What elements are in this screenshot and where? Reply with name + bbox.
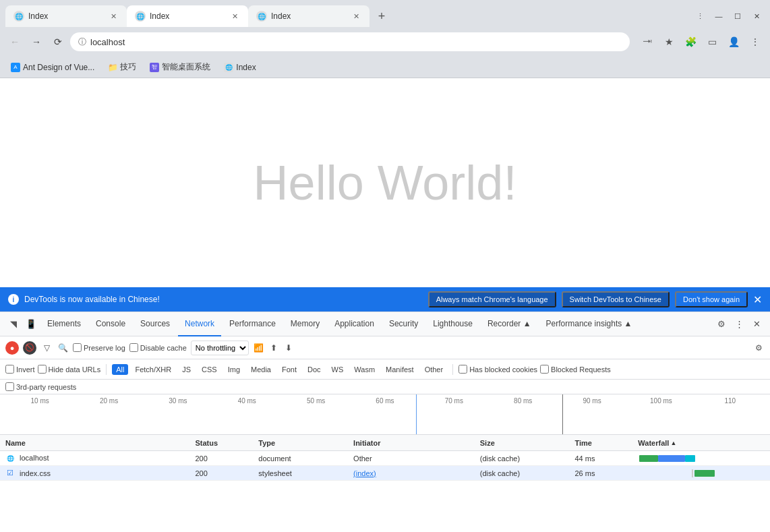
switch-devtools-chinese-button[interactable]: Switch DevTools to Chinese [562,291,670,307]
notification-bar: i DevTools is now available in Chinese! … [0,287,770,312]
filter-tag-media[interactable]: Media [247,364,275,375]
wifi-icon[interactable]: 📶 [253,342,265,354]
filter-tag-wasm[interactable]: Wasm [350,364,379,375]
bookmark-index[interactable]: 🌐 Index [221,61,258,73]
devtools-tab-performance[interactable]: Performance [223,312,283,336]
browser-tab-2[interactable]: 🌐 Index ✕ [127,5,248,27]
more-menu-icon[interactable]: ⋮ [746,32,765,51]
row2-status: 200 [196,469,259,477]
devtools-settings-icon[interactable]: ⚙ [713,316,730,332]
col-time[interactable]: Time [575,439,639,447]
bookmark-desktop[interactable]: 智 智能桌面系统 [147,60,213,74]
filter-tag-manifest[interactable]: Manifest [382,364,418,375]
bookmark-index-favicon: 🌐 [224,63,233,72]
bookmark-ant-favicon: A [11,63,20,72]
bookmark-desktop-favicon: 智 [150,63,159,72]
tab2-close-icon[interactable]: ✕ [229,11,240,22]
browser-tab-3[interactable]: 🌐 Index ✕ [248,5,369,27]
row1-initiator: Other [353,454,480,463]
dont-show-again-button[interactable]: Don't show again [675,291,748,307]
devtools-tab-recorder[interactable]: Recorder ▲ [481,312,538,336]
window-maximize-icon[interactable]: ☐ [730,8,746,24]
filter-tag-doc[interactable]: Doc [303,364,325,375]
back-button[interactable]: ← [5,32,24,51]
row1-size: (disk cache) [480,454,575,463]
url-bar[interactable]: ⓘ localhost [70,32,630,51]
browser-tab-1[interactable]: 🌐 Index ✕ [5,5,127,27]
new-tab-button[interactable]: + [372,7,391,26]
devtools-more-icon[interactable]: ⋮ [731,316,747,332]
devtools-tab-application[interactable]: Application [328,312,381,336]
filter-tag-other[interactable]: Other [421,364,448,375]
devtools-tab-perf-insights[interactable]: Performance insights ▲ [539,312,639,336]
devtools-tab-lighthouse[interactable]: Lighthouse [426,312,479,336]
col-type[interactable]: Type [258,439,353,447]
devtools-tab-network[interactable]: Network [178,312,221,336]
network-filterbar: Invert Hide data URLs All Fetch/XHR JS C… [0,359,770,380]
blocked-requests-checkbox[interactable]: Blocked Requests [540,365,611,374]
forward-button[interactable]: → [27,32,46,51]
bookmark-jiqiao[interactable]: 技巧 [105,60,139,74]
filter-tag-css[interactable]: CSS [198,364,221,375]
has-blocked-cookies-checkbox[interactable]: Has blocked cookies [458,365,537,374]
window-minimize-icon[interactable]: — [711,8,727,24]
clear-button[interactable]: 🚫 [23,341,36,355]
table-row-index-css[interactable]: ☑ index.css 200 stylesheet (index) (disk… [0,466,770,481]
table-row-localhost[interactable]: 🌐 localhost 200 document Other (disk cac… [0,451,770,466]
record-button[interactable]: ● [5,341,19,355]
row2-waterfall [638,468,765,479]
throttle-select[interactable]: No throttling [191,341,249,355]
filter-tag-fetch[interactable]: Fetch/XHR [131,364,175,375]
hide-data-urls-checkbox[interactable]: Hide data URLs [38,365,101,374]
page-content: Hello World! [0,78,770,287]
network-import-export: 📶 ⬆ ⬇ [253,342,295,354]
profile-icon[interactable]: 👤 [724,32,743,51]
reload-button[interactable]: ⟳ [49,32,67,51]
row1-waterfall [638,453,765,464]
devtools-tab-security[interactable]: Security [382,312,425,336]
filter-tag-img[interactable]: Img [224,364,244,375]
bookmark-icon[interactable]: ★ [659,32,678,51]
filter-tag-all[interactable]: All [112,364,128,375]
tab1-close-icon[interactable]: ✕ [108,11,119,22]
devtools-tab-elements[interactable]: Elements [40,312,88,336]
upload-icon[interactable]: ⬆ [268,342,280,354]
tab1-title: Index [28,11,104,21]
search-icon[interactable]: 🔍 [57,342,69,354]
notification-close-icon[interactable]: ✕ [753,293,762,306]
col-status[interactable]: Status [196,439,259,447]
tl-70ms: 70 ms [419,397,488,405]
invert-checkbox[interactable]: Invert [5,365,35,374]
window-more-icon[interactable]: ⋮ [692,8,708,24]
devtools-close-icon[interactable]: ✕ [748,316,765,332]
tl-40ms: 40 ms [212,397,281,405]
bookmark-index-label: Index [236,63,256,72]
filter-tag-font[interactable]: Font [278,364,301,375]
extensions-icon[interactable]: 🧩 [681,32,700,51]
devtools-inspect-icon[interactable]: ◥ [5,316,22,332]
always-match-language-button[interactable]: Always match Chrome's language [428,291,556,307]
bookmark-ant-design[interactable]: A Ant Design of Vue... [8,61,97,73]
row2-type: stylesheet [258,469,353,477]
window-close-icon[interactable]: ✕ [748,8,765,24]
tab3-close-icon[interactable]: ✕ [351,11,361,22]
devtools-tab-memory[interactable]: Memory [284,312,326,336]
devtools-device-icon[interactable]: 📱 [23,316,39,332]
col-name[interactable]: Name [5,439,196,447]
download-icon[interactable]: ⬇ [283,342,295,354]
third-party-checkbox[interactable]: 3rd-party requests [0,380,770,394]
filter-icon[interactable]: ▽ [40,342,53,354]
filter-tag-ws[interactable]: WS [328,364,348,375]
share-icon[interactable]: ⭲ [638,32,657,51]
filter-tag-js[interactable]: JS [178,364,195,375]
split-view-icon[interactable]: ▭ [703,32,721,51]
preserve-log-checkbox[interactable]: Preserve log [73,343,125,352]
network-settings-icon[interactable]: ⚙ [752,342,765,354]
row2-name: ☑ index.css [5,469,196,478]
col-initiator[interactable]: Initiator [353,439,480,447]
devtools-tab-sources[interactable]: Sources [134,312,177,336]
col-size[interactable]: Size [480,439,575,447]
devtools-tab-console[interactable]: Console [89,312,132,336]
disable-cache-checkbox[interactable]: Disable cache [129,343,187,352]
col-waterfall[interactable]: Waterfall ▲ [638,439,765,447]
